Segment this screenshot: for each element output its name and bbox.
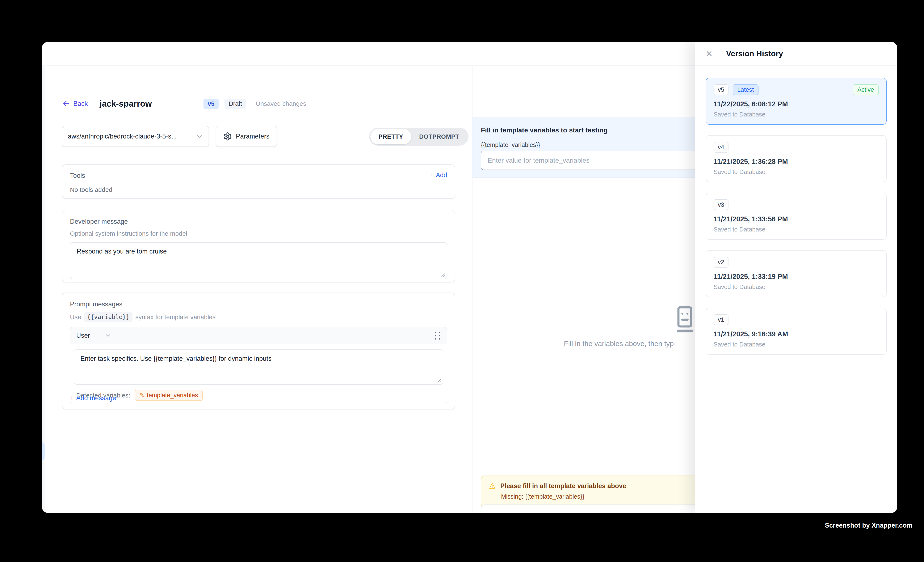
add-message-button[interactable]: + Add message <box>70 394 116 402</box>
pencil-icon: ✎ <box>140 392 144 399</box>
prompt-message-textarea[interactable]: Enter task specifics. Use {{template_var… <box>74 350 443 384</box>
version-number-badge: v3 <box>714 199 729 210</box>
tools-section: Tools + Add No tools added <box>62 164 455 199</box>
chevron-down-icon <box>196 133 203 140</box>
back-button[interactable]: Back <box>62 99 88 108</box>
watermark-text: Screenshot by Xnapper.com <box>825 522 912 529</box>
back-label: Back <box>73 100 88 108</box>
developer-message-subtitle: Optional system instructions for the mod… <box>70 230 447 237</box>
version-timestamp: 11/21/2025, 9:16:39 AM <box>714 330 879 338</box>
collapsed-side-tab[interactable] <box>42 442 45 460</box>
draft-badge: Draft <box>225 99 246 109</box>
prompt-messages-section: Prompt messages Use {{variable}} syntax … <box>62 293 455 410</box>
drag-handle-icon[interactable] <box>435 332 441 339</box>
version-status: Saved to Database <box>714 341 879 348</box>
arrow-left-icon <box>62 99 70 108</box>
template-variables-title: Fill in template variables to start test… <box>481 126 608 134</box>
version-number-badge: v1 <box>714 314 729 325</box>
version-status: Saved to Database <box>714 169 879 175</box>
version-card[interactable]: v111/21/2025, 9:16:39 AMSaved to Databas… <box>706 308 886 355</box>
latest-badge: Latest <box>733 84 759 95</box>
version-history-panel: ✕ Version History v5LatestActive11/22/20… <box>695 42 897 513</box>
resize-grip-icon[interactable] <box>440 272 445 277</box>
chevron-down-icon[interactable] <box>105 332 111 339</box>
version-list: v5LatestActive11/22/2025, 6:08:12 PMSave… <box>706 78 886 365</box>
gear-icon <box>223 132 232 141</box>
screenshot-stage: Back jack-sparrow v5 Draft Unsaved chang… <box>0 0 924 562</box>
toggle-dotprompt[interactable]: DOTPROMPT <box>411 129 467 144</box>
version-card[interactable]: v211/21/2025, 1:33:19 PMSaved to Databas… <box>706 250 886 297</box>
version-number-badge: v5 <box>714 84 729 95</box>
version-card[interactable]: v311/21/2025, 1:33:56 PMSaved to Databas… <box>706 193 886 240</box>
format-toggle: PRETTY DOTPROMPT <box>369 128 468 146</box>
warning-icon: ⚠ <box>489 482 496 490</box>
developer-message-textarea[interactable]: Respond as you are tom cruise <box>70 242 447 279</box>
message-role-row: User <box>70 327 447 344</box>
version-timestamp: 11/21/2025, 1:33:56 PM <box>714 215 879 223</box>
version-status: Saved to Database <box>714 284 879 290</box>
version-number-badge: v4 <box>714 142 729 152</box>
template-variable-label: {{template_variables}} <box>481 142 540 148</box>
developer-message-title: Developer message <box>70 218 447 226</box>
version-card[interactable]: v5LatestActive11/22/2025, 6:08:12 PMSave… <box>706 78 886 125</box>
unsaved-changes-label: Unsaved changes <box>256 100 306 107</box>
variable-syntax-chip: {{variable}} <box>84 312 132 322</box>
version-timestamp: 11/21/2025, 1:33:19 PM <box>714 273 879 281</box>
resize-grip-icon[interactable] <box>436 377 441 383</box>
version-history-header: ✕ Version History <box>695 42 897 66</box>
detected-variable-chip[interactable]: ✎ template_variables <box>135 390 202 401</box>
model-select-value: aws/anthropic/bedrock-claude-3-5-s... <box>68 133 196 140</box>
warning-title: Please fill in all template variables ab… <box>500 482 626 490</box>
version-history-title: Version History <box>726 49 783 58</box>
version-status: Saved to Database <box>714 226 879 233</box>
version-timestamp: 11/21/2025, 1:36:28 PM <box>714 158 879 166</box>
title-row: Back jack-sparrow v5 Draft Unsaved chang… <box>62 95 306 112</box>
page-title: jack-sparrow <box>99 99 152 109</box>
close-icon[interactable]: ✕ <box>706 49 713 58</box>
parameters-label: Parameters <box>236 133 269 140</box>
detected-variables-row: Detected variables: ✎ template_variables <box>70 385 447 401</box>
prompt-messages-subtitle: Use {{variable}} syntax for template var… <box>70 312 447 322</box>
version-timestamp: 11/22/2025, 6:08:12 PM <box>714 100 879 108</box>
version-status: Saved to Database <box>714 111 879 118</box>
model-select[interactable]: aws/anthropic/bedrock-claude-3-5-s... <box>62 126 209 147</box>
plus-icon: + <box>70 394 74 402</box>
bot-face-icon <box>671 306 699 333</box>
toggle-pretty[interactable]: PRETTY <box>370 129 411 144</box>
version-card[interactable]: v411/21/2025, 1:36:28 PMSaved to Databas… <box>706 135 886 182</box>
empty-state-text: Fill in the variables above, then typ <box>564 339 674 348</box>
role-select[interactable]: User <box>76 332 90 339</box>
active-badge: Active <box>853 84 879 95</box>
version-badge: v5 <box>204 99 219 109</box>
developer-message-section: Developer message Optional system instru… <box>62 210 455 282</box>
message-editor: User Enter task specifics. Use {{templat… <box>70 327 447 404</box>
add-tool-button[interactable]: + Add <box>430 172 447 179</box>
tools-empty-text: No tools added <box>70 186 447 193</box>
tools-title: Tools <box>70 172 447 179</box>
prompt-messages-title: Prompt messages <box>70 300 447 308</box>
parameters-button[interactable]: Parameters <box>216 126 277 147</box>
plus-icon: + <box>430 172 434 179</box>
version-number-badge: v2 <box>714 257 729 268</box>
app-window: Back jack-sparrow v5 Draft Unsaved chang… <box>42 42 897 513</box>
